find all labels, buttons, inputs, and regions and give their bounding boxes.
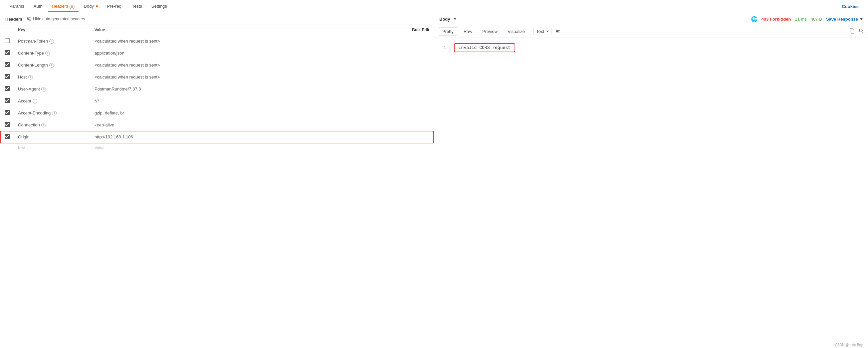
header-value-content-length: <calculated when request is sent> <box>91 59 345 71</box>
header-actions-host <box>345 71 433 83</box>
header-key-connection: Connectioni <box>14 119 91 131</box>
info-icon-accept-encoding[interactable]: i <box>52 111 57 116</box>
body-dropdown-chevron[interactable] <box>454 18 456 20</box>
header-actions-origin <box>345 131 433 143</box>
header-key-content-length: Content-Lengthi <box>14 59 91 71</box>
line-number-1: 1 <box>439 45 446 50</box>
cors-error-message: Invalid CORS request <box>454 43 515 52</box>
col-check <box>0 25 14 35</box>
info-icon-connection[interactable]: i <box>41 123 46 127</box>
format-chevron <box>546 31 549 32</box>
request-tabs: Params Auth Headers (9) Body Pre-req. Te… <box>0 0 868 13</box>
hide-auto-generated-button[interactable]: Hide auto-generated headers <box>25 16 87 22</box>
hide-auto-label: Hide auto-generated headers <box>33 17 85 21</box>
col-value: Value <box>91 25 345 35</box>
checkbox-cell <box>0 59 14 71</box>
wrap-icon-lines <box>556 30 560 33</box>
tab-settings[interactable]: Settings <box>148 1 171 12</box>
table-row: Content-Lengthi<calculated when request … <box>0 59 433 71</box>
footer-note: CSDN @code Boy <box>835 343 863 347</box>
header-actions-user-agent <box>345 83 433 95</box>
checkbox-cell <box>0 83 14 95</box>
header-actions-accept-encoding <box>345 107 433 119</box>
right-panel: Body 🌐 403 Forbidden 11 ms 407 B Save Re… <box>434 13 868 348</box>
format-selector[interactable]: Text <box>533 28 552 35</box>
info-icon-postman-token[interactable]: i <box>49 39 54 43</box>
header-checkbox-accept[interactable] <box>5 98 10 103</box>
headers-panel-title: Headers <box>5 17 22 22</box>
globe-icon[interactable]: 🌐 <box>751 16 757 22</box>
info-icon-accept[interactable]: i <box>33 99 37 103</box>
col-key: Key <box>14 25 91 35</box>
checkbox-cell <box>0 35 14 47</box>
header-checkbox-accept-encoding[interactable] <box>5 110 10 115</box>
header-checkbox-host[interactable] <box>5 74 10 79</box>
tab-raw[interactable]: Raw <box>459 27 476 36</box>
header-actions-connection <box>345 119 433 131</box>
empty-key-cell[interactable]: Key <box>14 143 91 153</box>
eye-slash-icon <box>27 17 32 21</box>
header-key-user-agent: User-Agenti <box>14 83 91 95</box>
status-info: 🌐 403 Forbidden 11 ms 407 B Save Respons… <box>751 16 863 22</box>
checkbox-cell <box>0 131 14 143</box>
checkbox-cell <box>0 95 14 107</box>
tab-headers[interactable]: Headers (9) <box>48 1 79 12</box>
search-icon[interactable] <box>859 28 864 35</box>
save-response-button[interactable]: Save Response <box>826 17 863 22</box>
table-row: Hosti<calculated when request is sent> <box>0 71 433 83</box>
response-size: 407 B <box>811 17 822 22</box>
header-value-origin: http://192.168.1.106 <box>91 131 345 143</box>
table-row: Postman-Tokeni<calculated when request i… <box>0 35 433 47</box>
table-row: Accepti*/* <box>0 95 433 107</box>
header-value-accept-encoding: gzip, deflate, br <box>91 107 345 119</box>
copy-icon[interactable] <box>849 28 855 35</box>
header-checkbox-user-agent[interactable] <box>5 86 10 91</box>
info-icon-content-length[interactable]: i <box>49 63 54 67</box>
response-body: 1 Invalid CORS request <box>434 38 868 348</box>
tab-auth[interactable]: Auth <box>30 1 46 12</box>
header-key-accept-encoding: Accept-Encodingi <box>14 107 91 119</box>
tab-body[interactable]: Body <box>80 1 101 12</box>
headers-panel-header: Headers Hide auto-generated headers <box>0 13 434 25</box>
status-forbidden: 403 Forbidden <box>762 17 791 22</box>
header-checkbox-postman-token[interactable] <box>5 38 10 43</box>
checkbox-cell <box>0 47 14 59</box>
main-layout: Headers Hide auto-generated headers Key … <box>0 13 868 348</box>
wrap-lines-icon[interactable] <box>556 30 560 33</box>
col-bulk-edit[interactable]: Bulk Edit <box>345 25 433 35</box>
left-panel: Headers Hide auto-generated headers Key … <box>0 13 434 348</box>
tab-tests[interactable]: Tests <box>128 1 146 12</box>
header-checkbox-connection[interactable] <box>5 122 10 127</box>
empty-actions-cell <box>345 143 433 153</box>
header-checkbox-content-type[interactable] <box>5 50 10 55</box>
response-header-bar: Body 🌐 403 Forbidden 11 ms 407 B Save Re… <box>434 13 868 25</box>
headers-table-wrap: Key Value Bulk Edit Postman-Tokeni<calcu… <box>0 25 434 348</box>
checkbox-cell <box>0 71 14 83</box>
tab-cookies[interactable]: Cookies <box>838 1 863 12</box>
header-value-postman-token: <calculated when request is sent> <box>91 35 345 47</box>
table-row: Originhttp://192.168.1.106 <box>0 131 433 143</box>
info-icon-host[interactable]: i <box>28 75 33 80</box>
table-row: Connectionikeep-alive <box>0 119 433 131</box>
empty-value-cell[interactable]: Value <box>91 143 345 153</box>
header-actions-postman-token <box>345 35 433 47</box>
tab-prereq[interactable]: Pre-req. <box>103 1 127 12</box>
header-checkbox-origin[interactable] <box>5 134 10 139</box>
header-checkbox-content-length[interactable] <box>5 62 10 67</box>
header-actions-content-type <box>345 47 433 59</box>
tab-params[interactable]: Params <box>5 1 28 12</box>
body-dot-indicator <box>96 5 98 7</box>
header-actions-accept <box>345 95 433 107</box>
save-response-chevron <box>860 18 863 20</box>
info-icon-user-agent[interactable]: i <box>41 87 46 92</box>
view-tabs-bar: Pretty Raw Preview Visualize Text <box>434 25 868 38</box>
info-icon-content-type[interactable]: i <box>45 51 50 56</box>
tab-preview[interactable]: Preview <box>478 27 502 36</box>
body-label: Body <box>439 17 450 22</box>
header-value-content-type: application/json <box>91 47 345 59</box>
tab-pretty[interactable]: Pretty <box>438 27 458 36</box>
header-key-content-type: Content-Typei <box>14 47 91 59</box>
header-key-postman-token: Postman-Tokeni <box>14 35 91 47</box>
header-value-connection: keep-alive <box>91 119 345 131</box>
tab-visualize[interactable]: Visualize <box>503 27 529 36</box>
